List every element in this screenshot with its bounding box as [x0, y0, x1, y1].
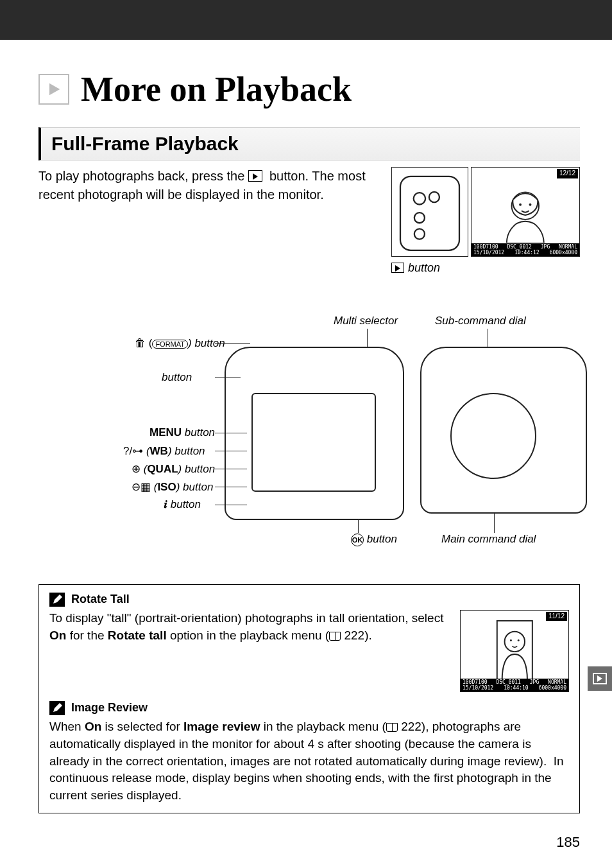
menu-button-text: button: [182, 426, 215, 438]
file-label: DSC_0012: [507, 244, 532, 250]
playback-button-caption: button: [391, 259, 440, 276]
quality-label: NORMAL: [548, 679, 566, 685]
note-pencil-icon: [49, 701, 65, 715]
image-review-body: When On is selected for Image review in …: [49, 718, 569, 804]
top-bar: [0, 0, 612, 40]
iso-suffix: ) button: [176, 481, 214, 493]
leader-line: [215, 469, 247, 469]
leader-line: [215, 451, 247, 451]
zoom-in-icon: ⊕: [132, 463, 140, 475]
playback-button-icon: [391, 263, 404, 273]
leader-line: [215, 487, 247, 487]
sub-command-dial-label: Sub-command dial: [435, 315, 526, 327]
camera-back-illustration: [225, 347, 404, 520]
chapter-title: More on Playback: [38, 63, 580, 109]
iso-button-label: ⊖▦ (ISO) button: [132, 480, 213, 494]
svg-rect-1: [400, 177, 459, 250]
main-command-dial-label: Main command dial: [441, 533, 536, 546]
date-label: 15/10/2012: [463, 685, 493, 691]
svg-point-10: [504, 632, 524, 652]
playback-button-label: button: [162, 371, 192, 384]
quality-label: NORMAL: [559, 244, 577, 250]
image-review-title: Image Review: [71, 700, 148, 716]
playback-chapter-icon: [38, 74, 69, 105]
rotate-tall-note: Rotate Tall To display "tall" (portrait-…: [38, 584, 580, 813]
rotate-tall-body: To display "tall" (portrait-orientation)…: [49, 610, 451, 644]
rotate-tall-preview: 11/12 100D7100 DSC_0011 JPG NORMA: [460, 610, 569, 692]
svg-point-11: [510, 639, 512, 641]
info-button-label: 𝒊 button: [164, 498, 201, 511]
time-label: 10:44:12: [514, 250, 540, 256]
leader-line: [215, 343, 250, 344]
svg-point-7: [519, 203, 522, 205]
size-label: 6000x4000: [539, 685, 566, 691]
file-label: DSC_0011: [496, 679, 521, 685]
intro-text-part1: To play photographs back, press the: [38, 169, 248, 183]
qual-bold: QUAL: [147, 463, 178, 475]
svg-marker-0: [49, 83, 60, 96]
page-number: 185: [38, 829, 580, 868]
camera-controls-diagram: Multi selector Sub-command dial 🗑 (FORMA…: [38, 321, 580, 552]
leader-line: [494, 514, 495, 533]
multi-selector-label: Multi selector: [334, 315, 398, 327]
info-icon: 𝒊: [164, 498, 167, 510]
play-button-text: button: [162, 371, 192, 383]
qual-button-label: ⊕ (QUAL) button: [132, 462, 215, 476]
note-title: Rotate Tall: [49, 591, 569, 607]
ir-on: On: [85, 720, 101, 733]
ir-body-2: is selected for: [101, 720, 183, 733]
info-button-text: button: [171, 498, 201, 510]
leader-line: [367, 329, 368, 347]
folder-label: 100D7100: [473, 244, 498, 250]
leader-line: [488, 329, 488, 347]
format-badge: FORMAT: [152, 340, 188, 349]
rt-opt: Rotate tall: [108, 629, 167, 642]
qual-suffix: ) button: [178, 463, 216, 475]
wb-bold: WB: [150, 445, 168, 457]
frame-counter: 12/12: [557, 169, 578, 178]
frame-counter: 11/12: [546, 612, 567, 621]
note-pencil-icon: [49, 593, 65, 607]
rt-on: On: [49, 629, 66, 642]
note-title: Image Review: [49, 700, 569, 716]
intro-text: To play photographs back, press the butt…: [38, 167, 381, 204]
wb-suffix: ) button: [168, 445, 205, 457]
camera-top-illustration: [420, 347, 587, 514]
wb-button-label: ?/⊶ (WB) button: [123, 444, 205, 458]
leader-line: [215, 378, 241, 378]
help-icon: ?/⊶: [123, 445, 143, 457]
leader-line: [215, 433, 247, 433]
chapter-title-text: More on Playback: [81, 69, 352, 109]
ok-button-label: OK button: [351, 533, 397, 546]
page-reference-icon: [386, 723, 398, 732]
rotate-tall-title: Rotate Tall: [71, 591, 130, 607]
svg-point-12: [517, 639, 519, 641]
leader-line: [215, 505, 247, 505]
intro-section: To play photographs back, press the butt…: [38, 167, 580, 276]
ok-icon: OK: [351, 534, 364, 546]
ir-body-3: in the playback menu (: [260, 720, 386, 733]
playback-button-icon: [248, 170, 262, 182]
rt-body-1: To display "tall" (portrait-orientation)…: [49, 611, 443, 625]
iso-bold: ISO: [157, 481, 176, 493]
ir-opt: Image review: [183, 720, 260, 733]
ext-label: JPG: [530, 679, 539, 685]
trash-icon: 🗑: [135, 337, 146, 349]
delete-button-label: 🗑 (FORMAT) button: [135, 337, 225, 350]
svg-point-8: [529, 203, 532, 205]
ir-body-1: When: [49, 720, 85, 733]
camera-rear-illustration-small: [391, 167, 468, 257]
menu-label-bold: MENU: [149, 426, 182, 438]
playback-tab-icon: [593, 673, 607, 684]
page-reference-icon: [329, 632, 341, 641]
caption-text: button: [408, 259, 440, 276]
folder-label: 100D7100: [463, 679, 488, 685]
zoom-out-thumbnail-icon: ⊖▦: [132, 481, 151, 493]
monitor-info-strip: 100D7100 DSC_0012 JPG NORMAL 15/10/2012 …: [472, 243, 579, 256]
rt-ref: 222).: [341, 629, 372, 642]
rt-body-3: option in the playback menu (: [167, 629, 330, 642]
intro-images: 12/12 100D7100 DSC_0012: [391, 167, 580, 276]
rt-body-2: for the: [66, 629, 107, 642]
date-label: 15/10/2012: [473, 250, 504, 256]
leader-line: [358, 520, 359, 533]
